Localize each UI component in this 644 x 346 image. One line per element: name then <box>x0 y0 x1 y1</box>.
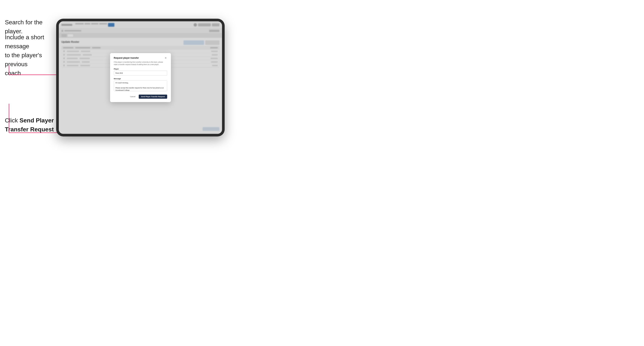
message-field-group: Message Hi Coach McHarg, Please accept t… <box>114 78 167 95</box>
player-field-group: Player <box>114 68 167 78</box>
tablet-screen: Update Roster <box>59 21 222 134</box>
player-label: Player <box>114 68 167 70</box>
modal-dialog: Request player transfer ✕ If the player … <box>110 53 171 102</box>
annotation-message: Include a short messageto the player's p… <box>5 33 56 78</box>
modal-header: Request player transfer ✕ <box>114 56 167 59</box>
tablet-device: Update Roster <box>56 19 225 137</box>
message-textarea[interactable]: Hi Coach McHarg, Please accept this tran… <box>114 80 167 91</box>
annotation-click: Click Send PlayerTransfer Request <box>5 116 56 134</box>
modal-close-button[interactable]: ✕ <box>164 56 167 59</box>
modal-title: Request player transfer <box>114 57 139 59</box>
cancel-button[interactable]: Cancel <box>128 95 137 99</box>
modal-overlay: Request player transfer ✕ If the player … <box>59 21 222 134</box>
send-transfer-request-button[interactable]: Send Player Transfer Request <box>139 95 167 99</box>
player-input[interactable] <box>114 71 167 76</box>
modal-description: If the player is transferring from anoth… <box>114 61 167 66</box>
modal-footer: Cancel Send Player Transfer Request <box>114 95 167 99</box>
message-label: Message <box>114 78 167 80</box>
